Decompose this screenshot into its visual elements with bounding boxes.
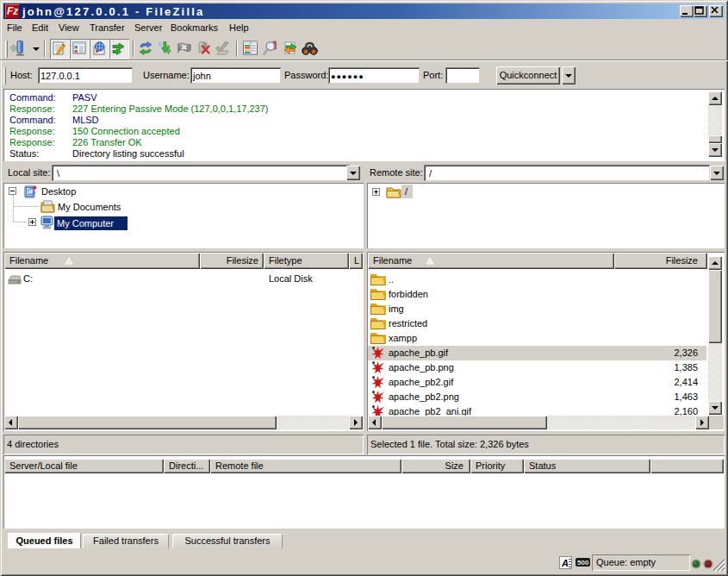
svg-text:Fz: Fz: [7, 5, 18, 17]
